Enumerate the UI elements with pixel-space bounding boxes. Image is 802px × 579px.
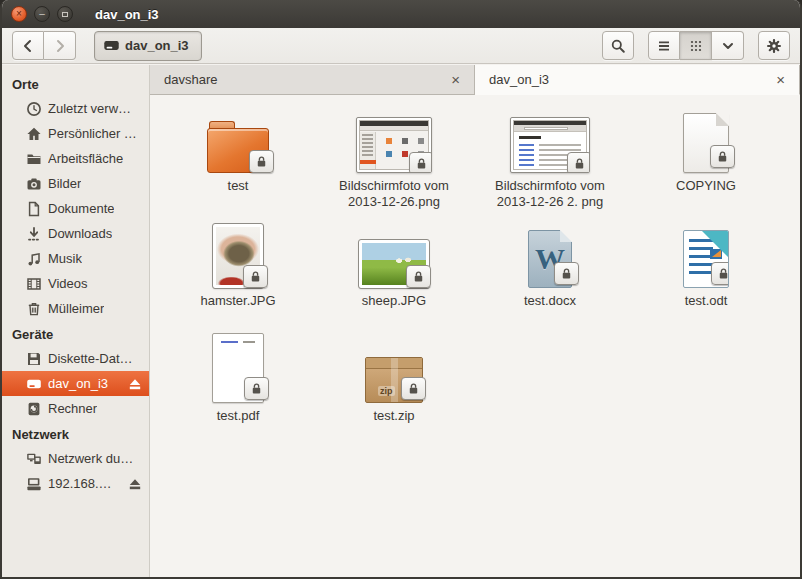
folder-icon	[26, 151, 42, 167]
view-options-dropdown-button[interactable]	[712, 31, 744, 60]
document-icon	[26, 201, 42, 217]
back-button[interactable]	[12, 31, 44, 60]
file-item-hamster-jpg[interactable]: hamster.JPG	[160, 218, 316, 333]
archive-icon: zip	[365, 357, 423, 403]
sidebar-item-dav-on-i3[interactable]: dav_on_i3	[2, 371, 149, 396]
tab-close-button[interactable]: ×	[447, 71, 464, 88]
sidebar-item-trash[interactable]: Mülleimer	[2, 296, 149, 321]
titlebar[interactable]: × – dav_on_i3	[2, 0, 800, 28]
maximize-icon	[62, 12, 68, 17]
image-thumbnail	[356, 117, 432, 173]
toolbar-right-group	[602, 31, 790, 60]
drive-icon	[103, 37, 120, 54]
sidebar-item-downloads[interactable]: Downloads	[2, 221, 149, 246]
pdf-document-icon	[212, 333, 264, 403]
tab-davshare[interactable]: davshare ×	[150, 65, 475, 94]
window-controls: × –	[11, 6, 73, 22]
sidebar-item-desktop[interactable]: Arbeitsfläche	[2, 146, 149, 171]
lock-emblem-icon	[409, 152, 432, 173]
file-item-test-folder[interactable]: test	[160, 103, 316, 218]
lock-emblem-icon	[567, 152, 590, 173]
sidebar-item-pictures[interactable]: Bilder	[2, 171, 149, 196]
word-document-icon: W	[528, 230, 572, 288]
places-sidebar: Orte Zuletzt verw… Persönlicher … Arbeit…	[2, 65, 150, 577]
image-thumbnail	[510, 117, 590, 173]
sidebar-section-header-network: Netzwerk	[2, 421, 149, 446]
file-name: Bildschirmfoto vom 2013-12-26 2. png	[481, 178, 619, 211]
floppy-icon	[26, 351, 42, 367]
eject-icon[interactable]	[127, 476, 143, 492]
chevron-right-icon	[52, 38, 68, 54]
sidebar-item-documents[interactable]: Dokumente	[2, 196, 149, 221]
sidebar-section-header-places: Orte	[2, 71, 149, 96]
computer-icon	[26, 401, 42, 417]
tab-bar: davshare × dav_on_i3 ×	[150, 65, 800, 95]
file-item-test-odt[interactable]: test.odt	[628, 218, 784, 333]
sidebar-item-floppy[interactable]: Diskette-Dat…	[2, 346, 149, 371]
sidebar-item-recent[interactable]: Zuletzt verw…	[2, 96, 149, 121]
photo-thumbnail	[359, 240, 429, 288]
lock-emblem-icon	[554, 262, 579, 285]
download-icon	[26, 226, 42, 242]
file-item-sheep-jpg[interactable]: sheep.JPG	[316, 218, 472, 333]
folder-icon	[207, 121, 269, 173]
tab-label: dav_on_i3	[489, 72, 549, 87]
sidebar-item-browse-network[interactable]: Netzwerk du…	[2, 446, 149, 471]
camera-icon	[26, 176, 42, 192]
window-title: dav_on_i3	[95, 7, 159, 22]
file-item-test-pdf[interactable]: test.pdf	[160, 333, 316, 448]
lock-emblem-icon	[249, 150, 274, 173]
sidebar-item-videos[interactable]: Videos	[2, 271, 149, 296]
view-toggle-group	[648, 31, 744, 60]
lock-emblem-icon	[401, 377, 426, 400]
drive-icon	[26, 376, 42, 392]
tab-close-button[interactable]: ×	[772, 71, 789, 88]
list-view-button[interactable]	[648, 31, 680, 60]
content-column: davshare × dav_on_i3 × test	[150, 65, 800, 577]
file-item-copying[interactable]: COPYING	[628, 103, 784, 218]
file-name: test.zip	[373, 408, 414, 424]
minimize-window-button[interactable]: –	[34, 6, 50, 22]
file-name: hamster.JPG	[200, 293, 275, 309]
file-name: test.odt	[685, 293, 728, 309]
file-name: test.docx	[524, 293, 576, 309]
eject-icon[interactable]	[127, 376, 143, 392]
toolbar: dav_on_i3	[2, 28, 800, 64]
icon-grid: test Bildschirmfoto vom 2013-12-26.png	[160, 103, 800, 448]
music-icon	[26, 251, 42, 267]
file-item-screenshot-2[interactable]: Bildschirmfoto vom 2013-12-26 2. png	[472, 103, 628, 218]
home-icon	[26, 126, 42, 142]
sidebar-item-network-server[interactable]: 192.168.…	[2, 471, 149, 496]
odt-document-icon	[683, 230, 729, 288]
close-window-button[interactable]: ×	[11, 6, 27, 22]
search-button[interactable]	[602, 31, 634, 60]
maximize-window-button[interactable]	[57, 6, 73, 22]
breadcrumb-label: dav_on_i3	[125, 38, 189, 53]
photo-thumbnail	[213, 224, 263, 288]
text-file-icon	[683, 113, 729, 173]
lock-emblem-icon	[711, 262, 729, 285]
sidebar-section-header-devices: Geräte	[2, 321, 149, 346]
trash-icon	[26, 301, 42, 317]
sidebar-item-music[interactable]: Musik	[2, 246, 149, 271]
search-icon	[610, 38, 626, 54]
file-item-screenshot-1[interactable]: Bildschirmfoto vom 2013-12-26.png	[316, 103, 472, 218]
gear-icon	[766, 38, 782, 54]
sidebar-item-home[interactable]: Persönlicher …	[2, 121, 149, 146]
sidebar-item-computer[interactable]: Rechner	[2, 396, 149, 421]
file-name: Bildschirmfoto vom 2013-12-26.png	[325, 178, 463, 211]
lock-emblem-icon	[244, 377, 269, 400]
forward-button[interactable]	[44, 31, 76, 60]
chevron-down-icon	[720, 38, 736, 54]
file-view[interactable]: test Bildschirmfoto vom 2013-12-26.png	[150, 95, 800, 577]
file-item-test-docx[interactable]: W test.docx	[472, 218, 628, 333]
grid-view-button[interactable]	[680, 31, 712, 60]
zip-label: zip	[378, 386, 395, 396]
file-item-test-zip[interactable]: zip test.zip	[316, 333, 472, 448]
tab-dav-on-i3[interactable]: dav_on_i3 ×	[475, 65, 800, 95]
main-area: Orte Zuletzt verw… Persönlicher … Arbeit…	[2, 65, 800, 577]
breadcrumb-location-button[interactable]: dav_on_i3	[94, 31, 202, 61]
chevron-left-icon	[20, 38, 36, 54]
file-name: test.pdf	[217, 408, 260, 424]
settings-menu-button[interactable]	[758, 31, 790, 60]
